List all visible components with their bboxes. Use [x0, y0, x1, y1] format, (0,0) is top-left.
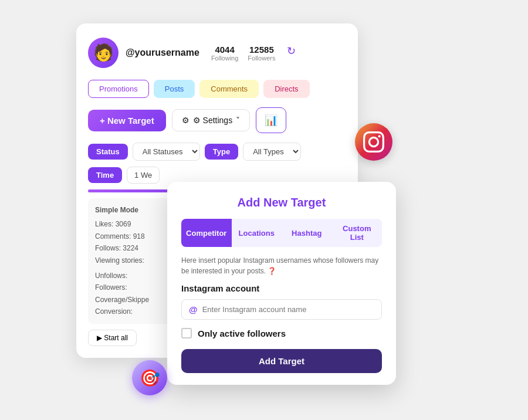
- status-badge: Status: [88, 144, 128, 160]
- instagram-account-label: Instagram account: [181, 283, 382, 293]
- following-stat: 4044 Following: [211, 45, 238, 62]
- filter-row: Status All Statuses Type All Types: [88, 143, 346, 161]
- tab-directs[interactable]: Directs: [263, 80, 309, 98]
- tab-posts[interactable]: Posts: [154, 80, 195, 98]
- chart-button[interactable]: 📊: [256, 107, 286, 133]
- at-symbol: @: [189, 304, 198, 314]
- instagram-input-wrapper: @: [181, 299, 382, 320]
- modal-tab-competitor[interactable]: Competitor: [181, 219, 232, 247]
- modal-tabs: Competitor Locations Hashtag Custom List: [181, 219, 382, 247]
- new-target-button[interactable]: + New Target: [88, 110, 166, 131]
- start-all-button[interactable]: ▶ Start all: [88, 330, 137, 346]
- avatar: 🧑: [88, 38, 119, 68]
- followers-label: Followers: [248, 55, 275, 62]
- username: @yourusername: [126, 48, 199, 58]
- active-followers-row: Only active followers: [181, 328, 382, 338]
- followers-stat: 12585 Followers: [248, 45, 275, 62]
- following-count: 4044: [211, 45, 238, 55]
- profile-section: 🧑 @yourusername 4044 Following 12585 Fol…: [88, 38, 346, 68]
- time-value: 1 We: [127, 167, 160, 184]
- add-target-button[interactable]: Add Target: [181, 349, 382, 373]
- help-icon[interactable]: ❓: [268, 267, 276, 275]
- modal-tab-hashtag[interactable]: Hashtag: [282, 219, 332, 247]
- time-row: Time 1 We: [88, 167, 346, 184]
- instagram-account-input[interactable]: [202, 305, 374, 314]
- chart-icon: 📊: [265, 114, 277, 127]
- type-select[interactable]: All Types: [243, 143, 301, 161]
- stats-section: 4044 Following 12585 Followers ↻: [211, 45, 296, 62]
- settings-label: ⚙ Settings: [193, 116, 232, 125]
- status-select[interactable]: All Statuses: [133, 143, 200, 161]
- settings-button[interactable]: ⚙ ⚙ Settings ˅: [172, 109, 250, 131]
- following-label: Following: [211, 55, 238, 62]
- modal-tab-locations[interactable]: Locations: [232, 219, 282, 247]
- tab-comments[interactable]: Comments: [199, 80, 259, 98]
- avatar-emoji: 🧑: [93, 45, 114, 61]
- type-badge: Type: [205, 144, 238, 160]
- active-followers-label: Only active followers: [198, 328, 286, 338]
- tabs-row: Promotions Posts Comments Directs: [88, 80, 346, 98]
- target-emoji: 🎯: [140, 368, 160, 388]
- instagram-icon: [355, 123, 392, 161]
- modal-card: Add New Target Competitor Locations Hash…: [167, 182, 396, 385]
- tab-promotions[interactable]: Promotions: [88, 80, 149, 98]
- chevron-down-icon: ˅: [236, 116, 240, 125]
- refresh-icon[interactable]: ↻: [287, 45, 296, 62]
- followers-count: 12585: [248, 45, 275, 55]
- modal-description: Here insert popular Instagram usernames …: [181, 255, 382, 276]
- active-followers-checkbox[interactable]: [181, 328, 192, 338]
- bottom-target-icon: 🎯: [132, 360, 167, 395]
- gear-icon: ⚙: [182, 116, 189, 125]
- modal-title: Add New Target: [181, 196, 382, 209]
- modal-tab-custom-list[interactable]: Custom List: [332, 219, 383, 247]
- actions-row: + New Target ⚙ ⚙ Settings ˅ 📊: [88, 107, 346, 133]
- time-badge: Time: [88, 167, 122, 183]
